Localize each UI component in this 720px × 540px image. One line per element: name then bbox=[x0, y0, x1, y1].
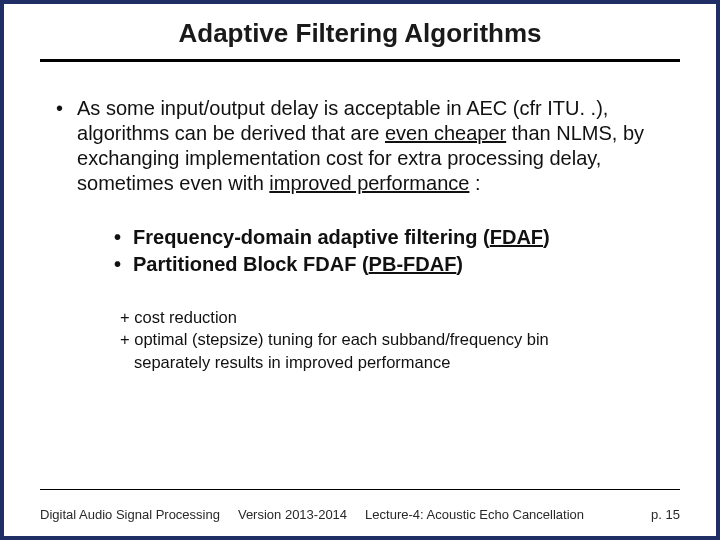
sub-bullet-block: • Frequency-domain adaptive filtering (F… bbox=[114, 224, 672, 278]
bullet-main-text-post: : bbox=[469, 172, 480, 194]
plus-line-tuning-1: + optimal (stepsize) tuning for each sub… bbox=[120, 328, 672, 350]
sub-bullet-pbfdaf-text: Partitioned Block FDAF (PB-FDAF) bbox=[133, 251, 463, 278]
plus-block: + cost reduction + optimal (stepsize) tu… bbox=[120, 306, 672, 373]
content-area: • As some input/output delay is acceptab… bbox=[4, 62, 716, 373]
sub1-u: FDAF bbox=[490, 226, 543, 248]
bullet-main-text: As some input/output delay is acceptable… bbox=[77, 96, 672, 196]
footer-lecture: Lecture-4: Acoustic Echo Cancellation bbox=[365, 507, 584, 522]
bullet-main: • As some input/output delay is acceptab… bbox=[56, 96, 672, 196]
plus-line-tuning-2: separately results in improved performan… bbox=[134, 351, 672, 373]
sub2-u: PB-FDAF bbox=[369, 253, 457, 275]
footer-page: p. 15 bbox=[651, 507, 680, 522]
slide-title: Adaptive Filtering Algorithms bbox=[4, 4, 716, 59]
bullet-main-u1: even cheaper bbox=[385, 122, 506, 144]
bullet-icon: • bbox=[114, 224, 121, 251]
footer: Digital Audio Signal Processing Version … bbox=[40, 507, 680, 522]
footer-version: Version 2013-2014 bbox=[238, 507, 347, 522]
footer-left: Digital Audio Signal Processing Version … bbox=[40, 507, 584, 522]
sub-bullet-pbfdaf: • Partitioned Block FDAF (PB-FDAF) bbox=[114, 251, 672, 278]
footer-divider bbox=[40, 489, 680, 490]
sub2-post: ) bbox=[456, 253, 463, 275]
sub-bullet-fdaf-text: Frequency-domain adaptive filtering (FDA… bbox=[133, 224, 550, 251]
sub2-pre: Partitioned Block FDAF ( bbox=[133, 253, 369, 275]
plus-line-cost: + cost reduction bbox=[120, 306, 672, 328]
slide: Adaptive Filtering Algorithms • As some … bbox=[4, 4, 716, 536]
footer-course: Digital Audio Signal Processing bbox=[40, 507, 220, 522]
bullet-icon: • bbox=[114, 251, 121, 278]
sub1-pre: Frequency-domain adaptive filtering ( bbox=[133, 226, 490, 248]
bullet-main-u2: improved performance bbox=[269, 172, 469, 194]
bullet-icon: • bbox=[56, 96, 63, 121]
sub1-post: ) bbox=[543, 226, 550, 248]
sub-bullet-fdaf: • Frequency-domain adaptive filtering (F… bbox=[114, 224, 672, 251]
